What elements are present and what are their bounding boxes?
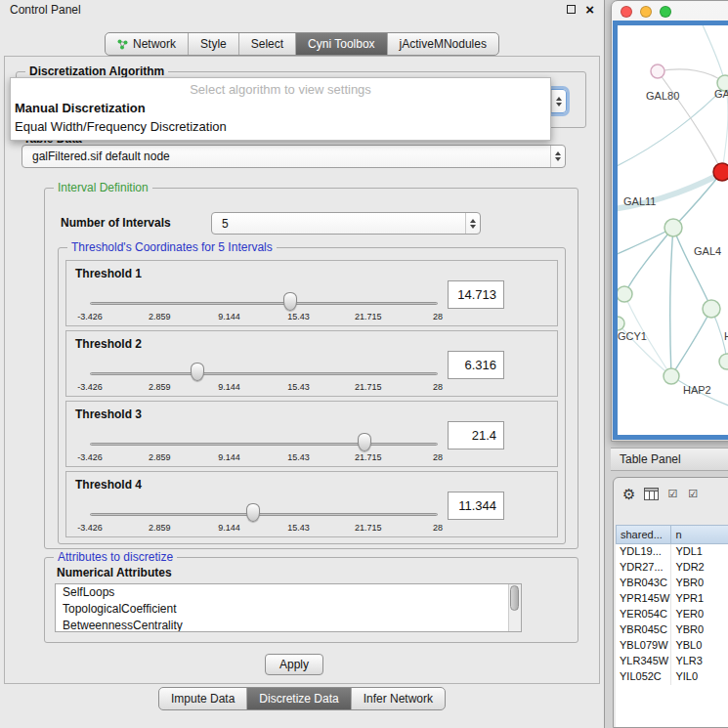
tab-cyni-toolbox[interactable]: Cyni Toolbox <box>295 33 386 55</box>
list-item[interactable]: TopologicalCoefficient <box>56 601 521 618</box>
slider-thumb[interactable] <box>283 292 297 311</box>
table-row[interactable]: YBR043CYBR0 <box>616 576 728 591</box>
column-header-shared-name[interactable]: shared... <box>616 525 671 544</box>
tab-label: Cyni Toolbox <box>308 37 374 51</box>
select-all-checkbox-icon[interactable]: ☑ <box>667 488 679 500</box>
tab-label: Style <box>200 37 227 51</box>
threshold-value-field[interactable]: 14.713 <box>448 280 504 309</box>
table-header-row: shared... n <box>616 525 728 544</box>
scrollbar[interactable] <box>508 584 521 631</box>
table-row[interactable]: YER054CYER0 <box>616 607 728 622</box>
table-row[interactable]: YIL052CYIL0 <box>616 669 728 685</box>
stepper-icon[interactable] <box>551 90 566 112</box>
network-canvas[interactable]: GAL80GALGAL11GAL4GCY1HHAP2 <box>613 21 728 440</box>
slider-scale: -3.4262.8599.14415.4321.71528 <box>90 382 438 393</box>
network-node-label: HAP2 <box>683 384 711 396</box>
table-cell: YDR2 <box>671 560 728 576</box>
stepper-icon[interactable] <box>465 213 480 234</box>
tab-style[interactable]: Style <box>188 33 238 55</box>
network-node[interactable] <box>719 354 728 369</box>
slider-track[interactable] <box>90 443 438 446</box>
slider-track[interactable] <box>90 302 438 305</box>
dropdown-placeholder-option[interactable]: Select algorithm to view settings <box>11 78 550 99</box>
table-cell: YLR345W <box>616 654 671 669</box>
tab-jactivemnodules[interactable]: jActiveMNodules <box>387 33 498 55</box>
tab-label: Discretize Data <box>259 692 338 706</box>
list-item[interactable]: SelfLoops <box>56 584 521 601</box>
table-row[interactable]: YDL19...YDL1 <box>616 544 728 560</box>
table-cell: YLR3 <box>671 654 728 669</box>
threshold-value-field[interactable]: 21.4 <box>448 421 504 450</box>
slider-tick-label: 15.43 <box>287 382 310 392</box>
columns-icon[interactable] <box>644 488 659 500</box>
close-traffic-button[interactable] <box>621 6 632 18</box>
tab-label: Select <box>251 37 283 51</box>
slider-track[interactable] <box>90 372 438 375</box>
close-window-button[interactable]: × <box>585 5 594 15</box>
network-node[interactable] <box>618 286 632 302</box>
dropdown-option-equal-width-frequency[interactable]: Equal Width/Frequency Discretization <box>11 117 550 140</box>
top-tab-group: Network Style Select Cyni Toolbox jActiv… <box>105 32 499 56</box>
tab-network[interactable]: Network <box>106 33 188 55</box>
number-of-intervals-combobox[interactable]: 5 <box>211 212 481 235</box>
network-node[interactable] <box>664 368 679 384</box>
threshold-value-field[interactable]: 6.316 <box>448 351 504 379</box>
network-node-label: H <box>724 330 728 342</box>
table-data-combobox[interactable]: galFiltered.sif default node <box>21 145 566 168</box>
slider-tick-label: 15.43 <box>287 523 310 533</box>
slider-thumb[interactable] <box>191 363 204 381</box>
slider-thumb[interactable] <box>358 433 371 451</box>
threshold-panel-4: Threshold 4 -3.4262.8599.14415.4321.7152… <box>65 471 558 537</box>
bottom-tabbar: Impute Data Discretize Data Infer Networ… <box>0 687 604 710</box>
network-node[interactable] <box>664 219 682 236</box>
tab-impute-data[interactable]: Impute Data <box>159 688 246 709</box>
slider-tick-label: 9.144 <box>218 382 240 392</box>
slider-thumb[interactable] <box>246 503 260 522</box>
table-row[interactable]: YBL079WYBL0 <box>616 638 728 654</box>
tab-discretize-data[interactable]: Discretize Data <box>246 688 350 709</box>
column-header-name[interactable]: n <box>671 525 728 544</box>
scrollbar-thumb[interactable] <box>510 585 519 611</box>
table-cell: YIL052C <box>616 669 671 685</box>
table-cell: YIL0 <box>671 669 728 685</box>
float-window-button[interactable] <box>567 5 576 14</box>
threshold-panel-3: Threshold 3 -3.4262.8599.14415.4321.7152… <box>65 401 558 467</box>
combobox-value: galFiltered.sif default node <box>22 150 550 163</box>
network-node-label: GAL <box>714 88 728 100</box>
tab-select[interactable]: Select <box>238 33 295 55</box>
network-edges <box>618 25 728 408</box>
slider-scale: -3.4262.8599.14415.4321.71528 <box>90 523 438 534</box>
table-cell: YDL19... <box>616 544 671 560</box>
control-panel-titlebar: Control Panel × <box>0 0 604 19</box>
slider-track[interactable] <box>90 513 438 516</box>
minimize-traffic-button[interactable] <box>640 6 652 18</box>
slider-tick-label: -3.426 <box>77 312 103 321</box>
table-row[interactable]: YBR045CYBR0 <box>616 622 728 638</box>
slider-scale: -3.4262.8599.14415.4321.71528 <box>90 312 438 322</box>
table-cell: YBR0 <box>671 576 728 591</box>
threshold-value-field[interactable]: 11.344 <box>448 492 504 520</box>
zoom-traffic-button[interactable] <box>660 6 671 18</box>
network-node[interactable] <box>703 300 720 318</box>
network-node[interactable] <box>618 317 624 330</box>
threshold-label: Threshold 4 <box>75 478 142 492</box>
network-node-selected[interactable] <box>713 163 728 181</box>
threshold-label: Threshold 1 <box>75 267 142 280</box>
dropdown-option-manual-discretization[interactable]: Manual Discretization <box>11 99 550 117</box>
group-title: Discretization Algorithm <box>25 64 168 78</box>
group-title: Threshold's Coordinates for 5 Intervals <box>67 240 277 254</box>
list-item[interactable]: BetweennessCentrality <box>56 618 521 632</box>
table-row[interactable]: YPR145WYPR1 <box>616 591 728 607</box>
slider-tick-label: 28 <box>433 312 443 321</box>
tab-infer-network[interactable]: Infer Network <box>351 688 445 709</box>
table-row[interactable]: YDR27...YDR2 <box>616 560 728 576</box>
gear-icon[interactable]: ⚙ <box>622 487 635 501</box>
network-node[interactable] <box>651 64 664 78</box>
network-icon <box>117 39 128 50</box>
apply-button[interactable]: Apply <box>265 654 323 675</box>
slider-tick-label: 28 <box>433 382 443 392</box>
stepper-icon[interactable] <box>550 146 565 167</box>
threshold-panel-1: Threshold 1 -3.4262.8599.14415.4321.7152… <box>65 260 558 326</box>
select-none-checkbox-icon[interactable]: ☑ <box>688 488 700 500</box>
table-row[interactable]: YLR345WYLR3 <box>616 654 728 669</box>
